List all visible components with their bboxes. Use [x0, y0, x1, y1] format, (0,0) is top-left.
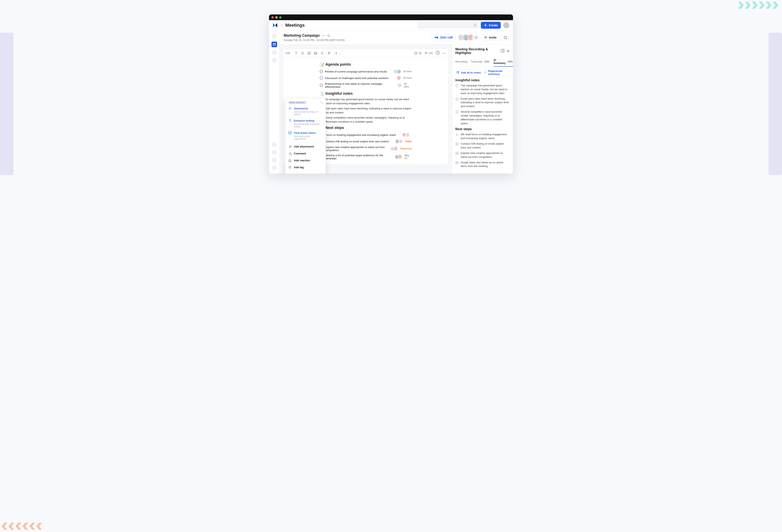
- menu-find-actions[interactable]: Find action itemsGet smart action sugges…: [287, 129, 324, 142]
- add-all-to-notes-button[interactable]: Add all to notes: [455, 69, 482, 76]
- tab-transcript[interactable]: TranscriptBeta: [471, 59, 490, 65]
- rail-item-bottom-2[interactable]: [272, 150, 277, 155]
- rail-item-bottom-4[interactable]: [272, 165, 277, 170]
- panel-tabs: Recording TranscriptBeta AI SummaryBeta: [455, 57, 510, 67]
- panel-close-icon[interactable]: [506, 48, 510, 54]
- menu-duplicate[interactable]: Duplicate: [287, 173, 324, 174]
- menu-item-title: Comment: [294, 152, 306, 155]
- checks-count[interactable]: (6): [414, 51, 422, 55]
- emoji-icon: [288, 159, 292, 163]
- tab-recording[interactable]: Recording: [455, 59, 467, 65]
- radio-icon[interactable]: [320, 76, 323, 80]
- svg-rect-37: [457, 72, 458, 74]
- svg-point-17: [485, 36, 486, 37]
- panel-next-heading: Next steps: [455, 127, 510, 131]
- step-item[interactable]: Focus on building engagement and increas…: [320, 132, 412, 138]
- radio-icon[interactable]: [320, 84, 323, 87]
- menu-item-desc: Get smart action suggestions: [294, 135, 323, 140]
- search-input[interactable]: [418, 22, 479, 29]
- breadcrumb-current[interactable]: Meetings: [285, 23, 305, 28]
- text-tool-icon[interactable]: [294, 51, 298, 55]
- user-avatar[interactable]: [503, 22, 510, 29]
- rail-item-3[interactable]: [272, 50, 277, 55]
- invite-button[interactable]: Invite: [481, 34, 500, 41]
- meeting-header: Marketing Campaign Sunday Feb 15, 01:00 …: [280, 31, 513, 45]
- assignees[interactable]: [397, 76, 401, 80]
- participants-more[interactable]: +4: [472, 34, 479, 41]
- zoom-dot[interactable]: [279, 16, 281, 19]
- svg-marker-9: [15, 523, 21, 530]
- checklist-tool-icon[interactable]: [307, 51, 311, 55]
- menu-add-attachment[interactable]: Add attachment: [287, 143, 324, 150]
- panel-step[interactable]: We shall focus on building engagement an…: [455, 133, 510, 140]
- layout-toggle-icon[interactable]: [435, 50, 440, 56]
- sparkle-icon: [288, 119, 292, 122]
- panel-step[interactable]: Conduct A/B testing on email subject lin…: [455, 142, 510, 150]
- radio-icon[interactable]: [320, 70, 323, 73]
- decoration-chevrons-top: [738, 2, 778, 9]
- rail-item-4[interactable]: [272, 58, 277, 63]
- svg-marker-7: [29, 523, 35, 530]
- menu-item-title: Find action items: [294, 131, 316, 134]
- assignees[interactable]: [395, 139, 403, 144]
- regen-label: Regenerate summary: [488, 69, 509, 76]
- panel-step[interactable]: Explore new creative approaches to stand…: [455, 151, 510, 159]
- star-icon[interactable]: [327, 34, 330, 37]
- attachment-tool-icon[interactable]: [327, 51, 330, 55]
- attachments-count[interactable]: (10): [424, 51, 433, 55]
- svg-point-26: [444, 53, 445, 54]
- app-logo[interactable]: [272, 23, 278, 28]
- nav-rail: [269, 31, 280, 174]
- join-call-button[interactable]: Join call: [431, 34, 456, 41]
- expand-icon[interactable]: [320, 101, 323, 104]
- assignees[interactable]: [397, 83, 402, 87]
- step-item[interactable]: Conduct A/B testing on email subject lin…: [320, 138, 412, 145]
- step-item[interactable]: Explore new creative approaches to stand…: [320, 145, 412, 153]
- step-item[interactable]: Develop a list of potential target audie…: [320, 153, 412, 161]
- rail-item-bottom-1[interactable]: [272, 142, 277, 147]
- route-tool-icon[interactable]: [320, 51, 324, 55]
- image-tool-icon[interactable]: [314, 51, 318, 55]
- assignees[interactable]: [393, 69, 401, 74]
- list-tool-icon[interactable]: [301, 51, 305, 55]
- agenda-item[interactable]: Brainstorming of new ideas to improve ca…: [320, 81, 412, 90]
- svg-rect-38: [456, 84, 458, 87]
- chat-button[interactable]: [502, 34, 509, 41]
- rail-item-bottom-3[interactable]: [272, 157, 277, 163]
- participants-stack[interactable]: +4: [458, 34, 479, 41]
- assignees[interactable]: [395, 154, 402, 159]
- menu-comment[interactable]: Comment: [287, 150, 324, 157]
- toolbar-plus-button[interactable]: [333, 51, 342, 55]
- toolbar-kebab-icon[interactable]: [442, 51, 446, 55]
- svg-point-30: [289, 160, 290, 161]
- comment-icon: [288, 152, 292, 155]
- kebab-icon[interactable]: [322, 34, 325, 37]
- menu-summarize[interactable]: SummarizeGet concise summary of writing: [287, 105, 324, 117]
- rail-item-1[interactable]: [272, 34, 277, 39]
- panel-notes-heading: Insightful notes: [455, 78, 510, 82]
- tag-icon: [288, 166, 292, 170]
- menu-add-reaction[interactable]: Add reaction: [287, 157, 324, 164]
- agenda-item[interactable]: Discussion of challenges faced and poten…: [320, 75, 412, 81]
- close-dot[interactable]: [272, 16, 274, 19]
- panel-note[interactable]: The campaign has generated good traction…: [455, 84, 510, 95]
- assignees[interactable]: [402, 133, 410, 137]
- assignees[interactable]: [390, 146, 398, 151]
- panel-note[interactable]: Several competitors have launched simila…: [455, 110, 510, 125]
- panel-note[interactable]: Email open rates have been declining, in…: [455, 97, 510, 109]
- panel-layout-icon[interactable]: [500, 48, 505, 54]
- panel-step[interactable]: Assign tasks and follow up on action ite…: [455, 161, 510, 169]
- agenda-item[interactable]: Review of current campaign performance a…: [320, 68, 412, 75]
- tab-ai-summary[interactable]: AI SummaryBeta: [493, 57, 513, 67]
- route-icon: [455, 133, 459, 136]
- calendar-icon[interactable]: [272, 41, 277, 47]
- svg-marker-1: [745, 2, 751, 9]
- svg-point-14: [322, 35, 323, 36]
- create-button[interactable]: Create: [481, 22, 501, 29]
- minimize-dot[interactable]: [275, 16, 278, 19]
- menu-add-tag[interactable]: Add tag: [287, 164, 324, 171]
- notes-area: Add:: [280, 45, 452, 174]
- svg-rect-22: [314, 52, 317, 54]
- menu-enhance[interactable]: Enhance writingGet ahead with enhanced w…: [287, 117, 324, 129]
- regenerate-summary-button[interactable]: Regenerate summary: [484, 69, 510, 76]
